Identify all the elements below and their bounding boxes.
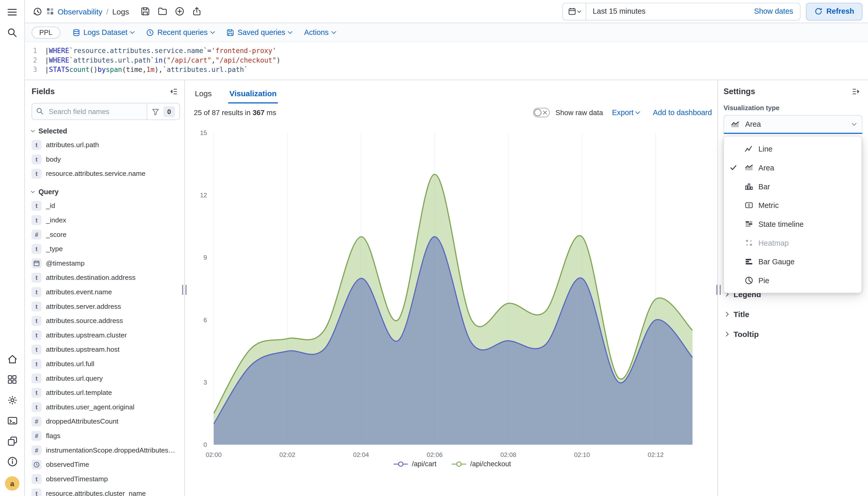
field-section-selected[interactable]: Selected xyxy=(32,127,180,135)
show-raw-data-toggle[interactable] xyxy=(533,108,550,117)
tab-logs[interactable]: Logs xyxy=(194,84,213,104)
field-item[interactable]: tattributes.url.query xyxy=(32,371,180,386)
field-item[interactable]: t_id xyxy=(32,199,180,213)
viz-option-bar[interactable]: Bar xyxy=(724,177,861,196)
visualization-chart[interactable]: 0369121502:0002:0202:0402:0602:0802:1002… xyxy=(193,127,712,468)
field-item[interactable]: tattributes.user_agent.original xyxy=(32,400,180,415)
tab-visualization[interactable]: Visualization xyxy=(228,84,278,104)
query-language-badge[interactable]: PPL xyxy=(32,26,60,38)
add-to-dashboard-button[interactable]: Add to dashboard xyxy=(653,108,712,117)
dataset-selector[interactable]: Logs Dataset xyxy=(72,28,134,36)
svg-text:0: 0 xyxy=(204,441,207,448)
collapse-settings-icon[interactable] xyxy=(850,86,862,97)
field-item[interactable]: tattributes.server.address xyxy=(32,299,180,314)
saved-queries-button[interactable]: Saved queries xyxy=(226,28,292,36)
dev-console-icon[interactable] xyxy=(6,415,18,426)
chevron-down-icon xyxy=(288,29,293,34)
accordion-tooltip[interactable]: Tooltip xyxy=(723,324,863,344)
refresh-button[interactable]: Refresh xyxy=(806,3,863,20)
viz-option-pie[interactable]: Pie xyxy=(724,271,861,290)
field-item[interactable]: tattributes.url.path xyxy=(32,138,180,152)
viz-option-area[interactable]: Area xyxy=(724,158,861,177)
new-item-icon[interactable] xyxy=(173,4,187,19)
show-raw-data-label: Show raw data xyxy=(555,108,603,117)
check-icon xyxy=(730,164,739,171)
time-range-button[interactable]: Last 15 minutes xyxy=(586,7,747,16)
svg-text:9: 9 xyxy=(204,254,207,261)
legend-item[interactable]: /api/checkout xyxy=(452,460,511,468)
field-section-query[interactable]: Query xyxy=(32,188,180,196)
settings-gear-icon[interactable] xyxy=(6,394,18,405)
info-icon[interactable] xyxy=(6,456,18,467)
line-chart-icon xyxy=(744,144,754,153)
query-line[interactable]: 3| STATS count() by span(time, 1m), `att… xyxy=(25,65,868,75)
pie-chart-icon xyxy=(744,276,754,285)
field-item[interactable]: #instrumentationScope.droppedAttributesC… xyxy=(32,443,180,458)
field-filter-button[interactable]: 0 xyxy=(147,103,180,120)
field-item[interactable]: tattributes.event.name xyxy=(32,285,180,299)
field-type-icon: t xyxy=(32,154,42,165)
fields-title: Fields xyxy=(32,87,55,96)
search-icon[interactable] xyxy=(6,27,18,38)
integrations-icon[interactable] xyxy=(6,435,18,446)
dataset-label: Logs Dataset xyxy=(83,28,127,36)
apps-grid-icon[interactable] xyxy=(6,374,18,385)
home-icon[interactable] xyxy=(6,354,18,365)
observability-app-icon xyxy=(46,7,54,16)
field-type-icon: t xyxy=(32,402,42,412)
filter-funnel-icon xyxy=(152,108,160,115)
menu-icon[interactable] xyxy=(6,7,18,18)
field-item[interactable]: tattributes.url.full xyxy=(32,357,180,371)
settings-panel: Settings Visualization type Area LineAre… xyxy=(717,80,868,496)
field-item[interactable]: #_score xyxy=(32,227,180,242)
legend-item[interactable]: /api/cart xyxy=(394,460,437,468)
field-item[interactable]: tobservedTimestamp xyxy=(32,472,180,486)
export-button[interactable]: Export xyxy=(612,108,640,117)
field-item[interactable]: tresource.attributes.cluster_name xyxy=(32,486,180,496)
user-avatar[interactable]: a xyxy=(5,476,19,491)
field-item[interactable]: tattributes.upstream.host xyxy=(32,342,180,357)
field-item[interactable]: tattributes.url.template xyxy=(32,386,180,400)
share-icon[interactable] xyxy=(190,4,204,19)
field-item[interactable]: tattributes.destination.address xyxy=(32,270,180,285)
field-item[interactable]: tbody xyxy=(32,152,180,167)
workspace: Fields xyxy=(25,80,868,496)
query-line[interactable]: 2| WHERE `attributes.url.path` in ("/api… xyxy=(25,56,868,65)
field-item[interactable]: observedTime xyxy=(32,458,180,472)
fields-resize-handle[interactable] xyxy=(182,285,186,295)
visualization-type-select[interactable]: Area xyxy=(723,115,863,134)
field-item[interactable]: t_index xyxy=(32,213,180,228)
viz-option-heatmap[interactable]: Heatmap xyxy=(724,233,861,252)
query-line[interactable]: 1| WHERE `resource.attributes.service.na… xyxy=(25,47,868,56)
collapse-fields-icon[interactable] xyxy=(168,86,179,97)
svg-text:6: 6 xyxy=(204,316,207,324)
field-item[interactable]: @timestamp xyxy=(32,256,180,270)
field-item[interactable]: tattributes.upstream.cluster xyxy=(32,328,180,342)
settings-resize-handle[interactable] xyxy=(716,285,721,295)
field-item[interactable]: tattributes.source.address xyxy=(32,314,180,328)
field-search-input[interactable] xyxy=(32,103,147,120)
show-dates-button[interactable]: Show dates xyxy=(747,7,800,16)
field-item[interactable]: #flags xyxy=(32,429,180,443)
actions-button[interactable]: Actions xyxy=(304,28,335,36)
quick-select-calendar-icon[interactable] xyxy=(563,3,586,20)
field-item[interactable]: tresource.attributes.service.name xyxy=(32,167,180,181)
viz-option-bar-gauge[interactable]: Bar Gauge xyxy=(724,252,861,271)
field-item[interactable]: #droppedAttributesCount xyxy=(32,414,180,429)
viz-option-metric[interactable]: 8Metric xyxy=(724,196,861,215)
area-chart-icon xyxy=(744,163,754,172)
visualization-type-label: Visualization type xyxy=(723,104,863,112)
field-search: 0 xyxy=(32,103,180,120)
breadcrumb-observability[interactable]: Observability xyxy=(58,7,102,16)
viz-option-state-timeline[interactable]: State timeline xyxy=(724,215,861,233)
open-folder-icon[interactable] xyxy=(155,4,169,19)
viz-option-line[interactable]: Line xyxy=(724,139,861,158)
accordion-title[interactable]: Title xyxy=(723,304,863,324)
recent-queries-button[interactable]: Recent queries xyxy=(146,28,214,36)
save-icon[interactable] xyxy=(138,4,152,19)
chevron-down-icon xyxy=(852,121,856,126)
field-item[interactable]: t_type xyxy=(32,242,180,256)
query-editor[interactable]: 1| WHERE `resource.attributes.service.na… xyxy=(25,42,868,80)
svg-text:02:04: 02:04 xyxy=(353,451,369,458)
recent-history-icon[interactable] xyxy=(31,4,45,19)
